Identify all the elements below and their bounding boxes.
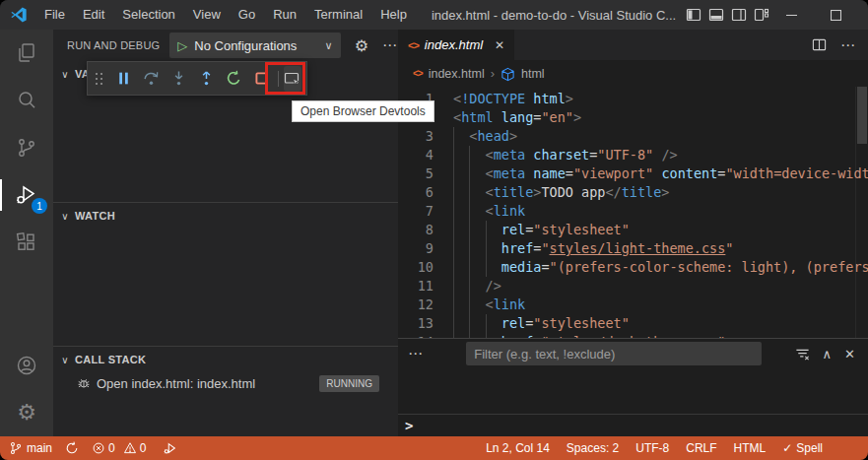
source-control-icon[interactable]	[0, 124, 53, 171]
html-file-icon: <>	[413, 68, 423, 79]
code-line[interactable]: 7<link	[398, 202, 868, 221]
encoding-setting[interactable]: UTF-8	[635, 441, 669, 455]
pause-button[interactable]	[111, 65, 135, 93]
minimize-button[interactable]	[769, 0, 814, 30]
line-number[interactable]: 8	[398, 221, 434, 239]
accounts-icon[interactable]	[0, 342, 53, 389]
menu-selection[interactable]: Selection	[113, 0, 183, 30]
toggle-sidebar-icon[interactable]	[686, 7, 701, 23]
spell-checker[interactable]: ✓ Spell	[782, 441, 823, 455]
tab-index-html[interactable]: <> index.html ✕	[398, 30, 515, 60]
restart-button[interactable]	[222, 65, 245, 93]
code-line[interactable]: 14href="styles/dark-theme.css"	[398, 333, 868, 338]
indentation-setting[interactable]: Spaces: 2	[567, 441, 619, 455]
tab-close-icon[interactable]: ✕	[495, 38, 504, 52]
step-out-button[interactable]	[194, 65, 218, 93]
close-button[interactable]	[858, 0, 868, 30]
drag-handle-icon[interactable]	[94, 73, 105, 85]
toggle-secondary-sidebar-icon[interactable]	[731, 7, 747, 23]
code-line[interactable]: 6<title>TODO app</title>	[398, 183, 868, 202]
open-browser-devtools-button[interactable]	[284, 66, 301, 92]
run-and-debug-icon[interactable]: 1	[0, 171, 53, 219]
watch-section-header[interactable]: ∨ WATCH	[53, 203, 398, 229]
stop-button[interactable]	[249, 65, 273, 93]
call-stack-session[interactable]: Open index.html: index.html RUNNING	[53, 372, 398, 394]
menu-help[interactable]: Help	[371, 0, 416, 30]
indent-guide	[453, 314, 469, 333]
menu-edit[interactable]: Edit	[74, 0, 113, 30]
code-line[interactable]: 8rel="stylesheet"	[398, 221, 868, 239]
call-stack-section-header[interactable]: ∨ CALL STACK	[53, 347, 398, 372]
code-line[interactable]: 3<head>	[398, 127, 868, 146]
breadcrumb-file[interactable]: index.html	[429, 67, 485, 81]
code-line[interactable]: 11/>	[398, 277, 868, 296]
customize-layout-icon[interactable]	[754, 7, 769, 23]
settings-gear-icon[interactable]: ⚙	[0, 389, 53, 436]
code-line[interactable]: 9href="styles/light-theme.css"	[398, 239, 868, 258]
line-number[interactable]: 6	[398, 183, 434, 202]
debug-settings-gear-icon[interactable]: ⚙	[355, 36, 368, 55]
editor-more-icon[interactable]: ⋯	[840, 36, 856, 54]
line-number[interactable]: 4	[398, 146, 434, 164]
menu-file[interactable]: File	[35, 0, 74, 30]
scrollbar-thumb[interactable]	[857, 87, 867, 144]
extensions-icon[interactable]	[0, 219, 53, 266]
collapse-panel-icon[interactable]: ∧	[823, 347, 833, 361]
code-line[interactable]: 10media="(prefers-color-scheme: light), …	[398, 258, 868, 277]
code-text: />	[453, 277, 501, 296]
console-filter-input[interactable]	[466, 342, 762, 365]
close-panel-icon[interactable]: ✕	[844, 347, 855, 361]
clear-filter-icon[interactable]	[795, 347, 810, 361]
maximize-button[interactable]	[814, 0, 858, 30]
views-more-icon[interactable]: ⋯	[382, 36, 398, 54]
debug-config-dropdown[interactable]: ▷ No Configurations ∨	[169, 33, 340, 58]
menu-view[interactable]: View	[184, 0, 230, 30]
debug-session-indicator[interactable]	[164, 441, 177, 455]
problems-indicator[interactable]: 0 0	[92, 441, 151, 455]
symbol-element-icon	[501, 65, 515, 83]
line-number[interactable]: 14	[398, 333, 434, 338]
line-number[interactable]: 12	[398, 296, 434, 314]
debug-start-icon	[164, 441, 177, 455]
menu-go[interactable]: Go	[230, 0, 264, 30]
menu-terminal[interactable]: Terminal	[305, 0, 371, 30]
editor-scrollbar[interactable]	[855, 87, 868, 338]
sync-button[interactable]	[65, 441, 79, 455]
code-line[interactable]: 5<meta name="viewport" content="width=de…	[398, 164, 868, 183]
code-line[interactable]: 2<html lang="en">	[398, 108, 868, 127]
step-into-button[interactable]	[167, 65, 190, 93]
eol-setting[interactable]: CRLF	[686, 441, 716, 455]
code-line[interactable]: 13rel="stylesheet"	[398, 314, 868, 333]
sidebar-title: RUN AND DEBUG	[67, 39, 160, 51]
code-line[interactable]: 12<link	[398, 296, 868, 314]
panel-more-icon[interactable]: ⋯	[398, 345, 434, 362]
search-icon[interactable]	[0, 77, 53, 124]
code-text: href="styles/light-theme.css"	[453, 239, 734, 258]
line-number[interactable]: 3	[398, 127, 434, 146]
start-debug-icon[interactable]: ▷	[177, 38, 187, 53]
config-dropdown-value: No Configurations	[194, 38, 317, 53]
console-input-row[interactable]: >	[398, 414, 868, 436]
branch-indicator[interactable]: main	[9, 441, 52, 455]
code-editor[interactable]: 1<!DOCTYPE html>2<html lang="en">3<head>…	[398, 87, 868, 338]
breadcrumb-symbol[interactable]: html	[521, 67, 545, 81]
menu-run[interactable]: Run	[264, 0, 305, 30]
split-editor-icon[interactable]	[812, 37, 827, 52]
step-over-button[interactable]	[139, 65, 163, 93]
code-line[interactable]: 1<!DOCTYPE html>	[398, 90, 868, 108]
language-mode[interactable]: HTML	[734, 441, 767, 455]
line-number[interactable]: 7	[398, 202, 434, 221]
line-number[interactable]: 13	[398, 314, 434, 333]
console-output	[398, 368, 868, 414]
line-number[interactable]: 9	[398, 239, 434, 258]
cursor-position[interactable]: Ln 2, Col 14	[486, 441, 550, 455]
warnings-icon	[123, 441, 137, 455]
code-line[interactable]: 4<meta charset="UTF-8" />	[398, 146, 868, 164]
toggle-panel-icon[interactable]	[708, 7, 724, 23]
line-number[interactable]: 11	[398, 277, 434, 296]
line-number[interactable]: 10	[398, 258, 434, 277]
line-number[interactable]: 5	[398, 164, 434, 183]
explorer-icon[interactable]	[0, 30, 53, 77]
indent-guide	[469, 296, 485, 314]
tab-bar: <> index.html ✕ ⋯	[398, 30, 868, 60]
